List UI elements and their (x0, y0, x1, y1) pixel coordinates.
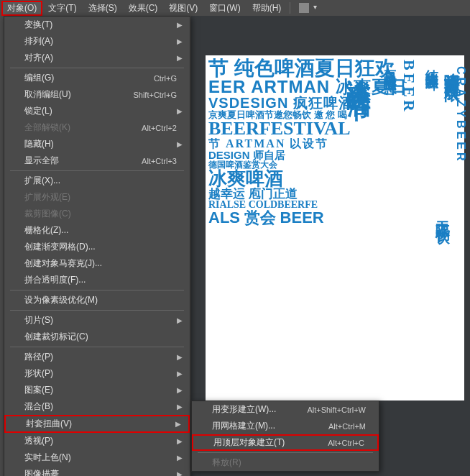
menu-item-label: 排列(A) (24, 35, 53, 47)
art-vertical-text: 冰爽啤酒节 (346, 60, 371, 81)
menu-item[interactable]: 图像描摹▶ (4, 466, 190, 476)
submenu-arrow-icon: ▶ (175, 420, 181, 428)
envelope-distort-submenu: 用变形建立(W)...Alt+Shift+Ctrl+W用网格建立(M)...Al… (191, 401, 379, 472)
menubar-item-help[interactable]: 帮助(H) (246, 1, 287, 16)
menubar-item-effect[interactable]: 效果(C) (123, 1, 164, 16)
submenu-item-label: 用顶层对象建立(T) (213, 436, 285, 449)
menu-item[interactable]: 切片(S)▶ (4, 312, 190, 329)
menu-item[interactable]: 创建对象马赛克(J)... (4, 255, 190, 272)
submenu-arrow-icon: ▶ (177, 437, 183, 445)
menu-item[interactable]: 锁定(L)▶ (4, 103, 190, 119)
menubar-item-object[interactable]: 对象(O) (1, 1, 42, 16)
menu-item-shortcut: Shift+Ctrl+G (133, 91, 177, 99)
menu-item[interactable]: 隐藏(H)▶ (4, 136, 190, 152)
menu-item-label: 形状(P) (24, 367, 53, 380)
submenu-item[interactable]: 用变形建立(W)...Alt+Shift+Ctrl+W (192, 401, 379, 418)
submenu-item[interactable]: 用网格建立(M)...Alt+Ctrl+M (192, 418, 379, 434)
menu-item-label: 切片(S) (24, 314, 53, 326)
submenu-arrow-icon: ▶ (177, 316, 183, 324)
art-vertical-text: CRAZYBEER (454, 66, 467, 164)
art-text: 越幸运 庖门正道 (208, 188, 461, 200)
menu-item[interactable]: 创建渐变网格(D)... (4, 239, 190, 255)
submenu-arrow-icon: ▶ (177, 21, 183, 29)
menu-item[interactable]: 显示全部Alt+Ctrl+3 (4, 152, 190, 169)
art-text: ALS (208, 210, 240, 226)
menu-item[interactable]: 拼合透明度(F)... (4, 272, 190, 288)
menu-item[interactable]: 对齐(A)▶ (4, 50, 190, 66)
menubar: 对象(O) 文字(T) 选择(S) 效果(C) 视图(V) 窗口(W) 帮助(H… (0, 0, 470, 16)
menubar-icons: ▾ (299, 3, 317, 13)
submenu-item: 释放(R) (192, 454, 379, 471)
menu-item[interactable]: 设为像素级优化(M) (4, 292, 190, 308)
submenu-item-shortcut: Alt+Ctrl+M (328, 422, 366, 431)
artboard[interactable]: 节 纯色啤酒夏日狂欢 EER ARTMAN 冰爽夏日 VSDESIGN 疯狂啤酒… (206, 55, 464, 401)
submenu-arrow-icon: ▶ (177, 454, 183, 462)
menu-item[interactable]: 变换(T)▶ (4, 17, 190, 33)
menu-item: 扩展外观(E) (4, 189, 190, 206)
menu-item[interactable]: 编组(G)Ctrl+G (4, 70, 190, 86)
submenu-arrow-icon: ▶ (177, 140, 183, 148)
menu-item[interactable]: 实时上色(N)▶ (4, 449, 190, 466)
object-menu-dropdown: 变换(T)▶排列(A)▶对齐(A)▶编组(G)Ctrl+G取消编组(U)Shif… (4, 16, 190, 476)
menu-item-label: 栅格化(Z)... (24, 224, 68, 237)
submenu-arrow-icon: ▶ (177, 470, 183, 476)
submenu-arrow-icon: ▶ (177, 386, 183, 394)
menu-item-label: 对齐(A) (24, 52, 53, 64)
menu-item-shortcut: Ctrl+G (154, 74, 177, 83)
art-vertical-text: 无限畅饮 (433, 210, 453, 221)
menu-item[interactable]: 取消编组(U)Shift+Ctrl+G (4, 86, 190, 103)
menu-item[interactable]: 封套扭曲(V)▶ (4, 415, 190, 433)
submenu-item[interactable]: 用顶层对象建立(T)Alt+Ctrl+C (192, 434, 379, 451)
menu-item-label: 图像描摹 (24, 468, 59, 476)
menu-item[interactable]: 排列(A)▶ (4, 33, 190, 50)
menu-item-label: 取消编组(U) (24, 88, 71, 101)
menu-item[interactable]: 创建裁切标记(C) (4, 329, 190, 345)
submenu-item-shortcut: Alt+Shift+Ctrl+W (307, 406, 366, 414)
menu-item-label: 混合(B) (24, 401, 53, 413)
art-text: VSDESIGN 疯狂啤酒 (208, 96, 354, 110)
menubar-item-text[interactable]: 文字(T) (42, 1, 82, 16)
menu-separator (10, 310, 184, 311)
menu-item-shortcut: Alt+Ctrl+2 (142, 124, 177, 132)
menu-item-label: 显示全部 (24, 155, 59, 167)
menu-item-label: 图案(E) (24, 384, 53, 396)
menu-item[interactable]: 路径(P)▶ (4, 349, 190, 365)
art-text: 冰爽啤酒 (208, 169, 461, 188)
workspace-icon[interactable] (299, 3, 309, 13)
menubar-item-select[interactable]: 选择(S) (83, 1, 123, 16)
submenu-arrow-icon: ▶ (177, 37, 183, 45)
menu-separator (198, 452, 373, 453)
menu-item[interactable]: 透视(P)▶ (4, 433, 190, 449)
menu-item-label: 编组(G) (24, 72, 54, 84)
submenu-item-label: 释放(R) (212, 457, 241, 469)
menu-item-label: 裁剪图像(C) (24, 208, 71, 220)
menu-item-label: 创建对象马赛克(J)... (24, 257, 102, 270)
typography-artwork: 节 纯色啤酒夏日狂欢 EER ARTMAN 冰爽夏日 VSDESIGN 疯狂啤酒… (206, 55, 464, 401)
menu-item[interactable]: 混合(B)▶ (4, 398, 190, 415)
menu-item: 裁剪图像(C) (4, 206, 190, 222)
art-text: EER ARTMAN 冰爽夏日 (208, 78, 407, 96)
menu-item[interactable]: 形状(P)▶ (4, 365, 190, 382)
menu-item[interactable]: 扩展(X)... (4, 173, 190, 189)
submenu-arrow-icon: ▶ (177, 370, 183, 377)
menu-item[interactable]: 栅格化(Z)... (4, 222, 190, 239)
art-text: 节 纯色啤酒夏日狂欢 (208, 58, 461, 78)
menu-item-shortcut: Alt+Ctrl+3 (142, 157, 177, 165)
art-vertical-text: 纯生啤酒黑啤 (425, 60, 438, 68)
menu-item-label: 全部解锁(K) (24, 122, 70, 134)
art-text: DESIGN 师自居 (208, 150, 461, 160)
submenu-item-label: 用网格建立(M)... (212, 420, 275, 432)
art-text: 京爽夏日啤酒节邀您畅饮 邀 您 喝 (208, 110, 461, 119)
submenu-arrow-icon: ▶ (177, 353, 183, 361)
menu-item-label: 实时上色(N) (24, 452, 71, 464)
menu-item-label: 封套扭曲(V) (26, 418, 72, 430)
art-text: 赏会 BEER (244, 210, 324, 226)
menu-item-label: 扩展(X)... (24, 175, 60, 187)
menubar-item-window[interactable]: 窗口(W) (203, 1, 246, 16)
submenu-arrow-icon: ▶ (177, 107, 183, 115)
menubar-item-view[interactable]: 视图(V) (163, 1, 203, 16)
menu-separator (10, 347, 184, 347)
menu-item[interactable]: 图案(E)▶ (4, 382, 190, 398)
menu-item-label: 拼合透明度(F)... (24, 274, 86, 286)
dropdown-icon[interactable]: ▾ (313, 3, 317, 13)
